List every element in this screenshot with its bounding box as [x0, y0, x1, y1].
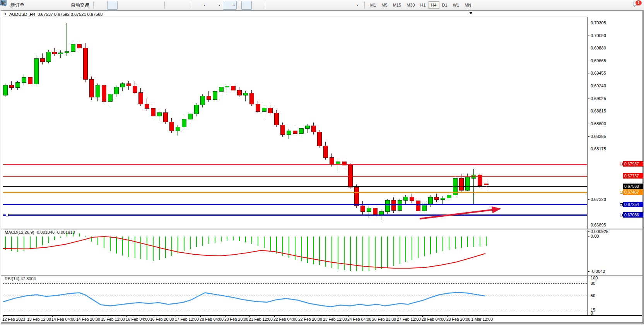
date-tick-label: 28 Feb 20:00: [446, 317, 470, 322]
price-tick-label: 0.68175: [591, 146, 606, 151]
candlestick-series[interactable]: [3, 23, 488, 220]
timeframe-m1[interactable]: M1: [367, 1, 379, 9]
candle-body: [354, 187, 359, 206]
line-anchor-handle[interactable]: [620, 203, 622, 206]
signals-button[interactable]: [50, 1, 60, 10]
candlestick-chart-button[interactable]: [107, 1, 118, 10]
channel-tool-button[interactable]: E: [301, 1, 312, 10]
line-anchor-handle[interactable]: [620, 214, 622, 216]
chevron-down-icon: ▾: [204, 3, 205, 7]
candle-body: [207, 96, 211, 99]
line-chart-button[interactable]: [118, 1, 129, 10]
timeframe-h4[interactable]: H4: [429, 1, 439, 9]
line-anchor-handle[interactable]: [620, 163, 622, 165]
candle-body: [151, 109, 155, 116]
candle-body: [65, 51, 69, 53]
candle-body: [96, 85, 100, 97]
timeframe-w1[interactable]: W1: [450, 1, 462, 9]
text-tool-button[interactable]: A: [324, 1, 334, 10]
trend-arrow[interactable]: [420, 209, 496, 219]
rsi-axis-label: 80: [591, 281, 595, 286]
date-tick-label: 14 Feb 20:00: [76, 317, 100, 322]
line-anchor-handle[interactable]: [620, 191, 622, 193]
candle-body: [114, 87, 118, 94]
candlestick-chart-icon: [109, 2, 116, 9]
bar-chart-button[interactable]: [96, 1, 106, 10]
date-tick-label: 1 Mar 12:00: [471, 317, 493, 322]
candle-body: [373, 208, 377, 214]
timeframe-m30[interactable]: M30: [404, 1, 417, 9]
fibonacci-tool-button[interactable]: F: [313, 1, 323, 10]
price-tick-label: 0.69240: [591, 83, 606, 88]
chart-shift-button[interactable]: [178, 1, 189, 10]
rsi-line: [3, 293, 485, 307]
auto-scroll-button[interactable]: [167, 1, 178, 10]
date-tick-label: 20 Feb 04:00: [200, 317, 224, 322]
date-tick-label: 24 Feb 04:00: [347, 317, 371, 322]
cursor-tool-button[interactable]: [241, 1, 252, 10]
candle-body: [367, 208, 371, 211]
zoom-in-icon: [132, 2, 138, 9]
candle-body: [379, 211, 383, 214]
price-tag-label: 0.67254: [624, 202, 639, 207]
zoom-out-button[interactable]: [141, 1, 151, 10]
vertical-line-icon: [270, 2, 276, 9]
candle-body: [398, 200, 402, 210]
date-tick-label: 22 Feb 20:00: [298, 317, 322, 322]
candle-body: [274, 113, 278, 125]
date-tick-label: 17 Feb 12:00: [175, 317, 199, 322]
candle-body: [256, 104, 260, 111]
candle-body: [200, 96, 205, 105]
zoom-in-button[interactable]: [130, 1, 140, 10]
toolbar-separator: [239, 2, 239, 9]
candle-body: [323, 146, 328, 158]
rsi-axis-label: 50: [591, 293, 595, 298]
macd-axis-label: 0.000925: [591, 229, 608, 234]
timeframe-d1[interactable]: D1: [439, 1, 450, 9]
date-tick-label: 16 Feb 20:00: [150, 317, 174, 322]
crosshair-tool-button[interactable]: [253, 1, 263, 10]
chart-canvas[interactable]: 0.703050.700900.698800.696650.694550.692…: [0, 10, 644, 325]
timeframe-m5[interactable]: M5: [379, 1, 390, 9]
periods-button[interactable]: ▾: [208, 1, 222, 10]
notifications-button[interactable]: 1: [632, 1, 640, 9]
indicators-button[interactable]: ▾: [193, 1, 207, 10]
trendline-tool-button[interactable]: [290, 1, 301, 10]
date-tick-label: 16 Feb 04:00: [126, 317, 150, 322]
candle-body: [9, 85, 14, 88]
price-tag-label: 0.67086: [624, 213, 639, 217]
candle-body: [311, 126, 316, 132]
timeframe-mn[interactable]: MN: [462, 1, 474, 9]
rsi-indicator-label: RSI(14) 47.3004: [5, 276, 36, 281]
profiles-button[interactable]: [27, 1, 38, 10]
candle-body: [188, 114, 192, 119]
label-tool-button[interactable]: T: [335, 1, 345, 10]
vertical-line-tool-button[interactable]: [268, 1, 278, 10]
candle-body: [182, 119, 186, 127]
candle-body: [280, 125, 285, 135]
autotrade-button[interactable]: 自动交易: [61, 1, 91, 10]
candle-body: [471, 175, 476, 178]
tile-windows-button[interactable]: [152, 1, 162, 10]
price-tag-label: 0.67568: [624, 184, 639, 189]
candle-body: [299, 129, 303, 133]
market-watch-button[interactable]: [38, 1, 49, 10]
candle-body: [133, 86, 137, 92]
trend-arrow-head[interactable]: [492, 206, 501, 213]
horizontal-line-tool-button[interactable]: [279, 1, 289, 10]
candle-body: [120, 83, 125, 87]
candle-body: [83, 48, 87, 79]
cursor-icon: [243, 2, 250, 9]
templates-button[interactable]: ▾: [223, 1, 237, 10]
price-tick-label: 0.69880: [591, 46, 606, 50]
timeframe-m15[interactable]: M15: [390, 1, 404, 9]
arrows-tool-button[interactable]: ▾: [346, 1, 360, 10]
candle-body: [58, 53, 63, 54]
candle-body: [330, 158, 334, 164]
line-anchor-handle[interactable]: [6, 214, 8, 216]
chart-shift-marker[interactable]: [469, 12, 473, 14]
candle-body: [126, 83, 131, 86]
price-tick-label: 0.67320: [591, 197, 606, 202]
timeframe-h1[interactable]: H1: [417, 1, 428, 9]
macd-signal-line: [3, 237, 485, 268]
